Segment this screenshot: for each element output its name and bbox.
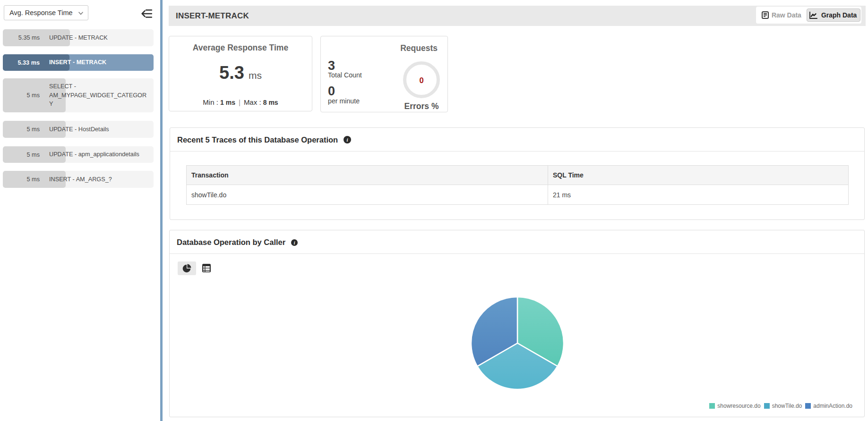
svg-text:i: i [293,240,295,245]
